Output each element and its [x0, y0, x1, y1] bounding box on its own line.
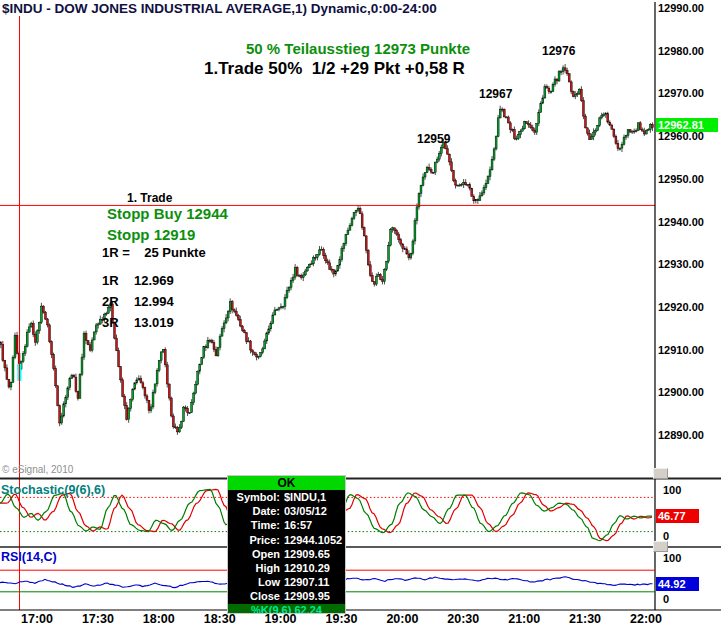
popup-row-value: 12909.95	[284, 589, 345, 603]
time-axis-label: 21:00	[508, 612, 540, 626]
candlestick-series[interactable]	[0, 64, 653, 435]
popup-row-label: Price:	[228, 533, 280, 547]
annotation-stopp: Stopp 12919	[107, 226, 195, 243]
time-axis-label: 19:00	[265, 612, 297, 626]
time-axis-label: 20:00	[386, 612, 418, 626]
price-axis-label: 12960.00	[658, 130, 704, 142]
annotation-r1: 1R12.969	[102, 273, 174, 288]
annotation-stopp-buy: Stopp Buy 12944	[107, 205, 228, 222]
price-axis-label: 12990.00	[658, 2, 704, 14]
time-axis-label: 19:30	[326, 612, 358, 626]
popup-row: Price:12944.1052	[228, 533, 345, 547]
popup-ok-button[interactable]: OK	[228, 476, 345, 490]
rsi-scale-100: 100	[663, 552, 681, 564]
chart-title: $INDU - DOW JONES INDUSTRIAL AVERAGE,1) …	[2, 1, 437, 16]
popup-row-value: 12907.11	[284, 575, 345, 589]
price-axis-label: 12900.00	[658, 386, 704, 398]
r1-label: 1R	[102, 273, 134, 288]
popup-row-value: 16:57	[284, 518, 345, 532]
r2-label: 2R	[102, 294, 134, 309]
annotation-trade-label: 1. Trade	[127, 191, 172, 205]
copyright-watermark: © eSignal, 2010	[2, 464, 73, 475]
annotation-r-definition: 1R = 25 Punkte	[102, 245, 206, 260]
rsi-value-badge: 44.92	[656, 577, 699, 591]
r1-value: 12.969	[134, 273, 174, 288]
time-axis-label: 17:00	[21, 612, 53, 626]
popup-row-value: 12944.1052	[284, 533, 345, 547]
time-axis-label: 17:30	[82, 612, 114, 626]
r3-label: 3R	[102, 315, 134, 330]
popup-row: Symbol:$INDU,1	[228, 490, 345, 504]
price-axis-label: 12890.00	[658, 429, 704, 441]
popup-row: Date:03/05/12	[228, 504, 345, 518]
annotation-r2: 2R12.994	[102, 294, 174, 309]
time-axis-label: 21:30	[569, 612, 601, 626]
time-axis-label: 18:30	[204, 612, 236, 626]
popup-row-value: 03/05/12	[284, 504, 345, 518]
popup-row-label: Time:	[228, 518, 280, 532]
price-axis-label: 12980.00	[658, 45, 704, 57]
popup-row: Low12907.11	[228, 575, 345, 589]
popup-row-label: High	[228, 561, 280, 575]
popup-row: Close12909.95	[228, 589, 345, 603]
r2-value: 12.994	[134, 294, 174, 309]
popup-row-value: 12909.65	[284, 547, 345, 561]
time-axis-label: 20:30	[447, 612, 479, 626]
popup-row-value: $INDU,1	[284, 490, 345, 504]
rsi-scale-0: 0	[663, 593, 669, 605]
popup-rows: Symbol:$INDU,1Date:03/05/12Time:16:57Pri…	[228, 490, 345, 604]
annotation-trade-result: 1.Trade 50% 1/2 +29 Pkt +0,58 R	[204, 59, 465, 79]
annotation-teilausstieg: 50 % Teilausstieg 12973 Punkte	[246, 40, 470, 57]
stoch-scale-100: 100	[663, 484, 681, 496]
time-axis-label: 22:00	[630, 612, 662, 626]
popup-row-label: Symbol:	[228, 490, 280, 504]
price-axis-label: 12910.00	[658, 344, 704, 356]
annotation-high-12959: 12959	[417, 132, 450, 146]
price-axis-label: 12930.00	[658, 258, 704, 270]
popup-row-value: 12910.29	[284, 561, 345, 575]
pane-splitter-handle[interactable]	[653, 468, 668, 479]
annotation-high-12967: 12967	[479, 87, 512, 101]
popup-row-label: Low	[228, 575, 280, 589]
price-axis-label: 12940.00	[658, 216, 704, 228]
popup-row: Open12909.65	[228, 547, 345, 561]
annotation-high-12976: 12976	[542, 44, 575, 58]
stochastic-value-badge: 46.77	[656, 509, 699, 523]
r3-value: 13.019	[134, 315, 174, 330]
annotation-r3: 3R13.019	[102, 315, 174, 330]
price-axis-label: 12950.00	[658, 173, 704, 185]
chart-window: $INDU - DOW JONES INDUSTRIAL AVERAGE,1) …	[0, 0, 721, 633]
time-axis-label: 18:00	[143, 612, 175, 626]
data-window-popup[interactable]: OK Symbol:$INDU,1Date:03/05/12Time:16:57…	[227, 475, 346, 614]
stochastic-panel-label: Stochastic(9(6),6)	[1, 483, 105, 497]
popup-row: High12910.29	[228, 561, 345, 575]
popup-row-label: Open	[228, 547, 280, 561]
popup-row-label: Date:	[228, 504, 280, 518]
popup-stochastic-row: %K(9,6) 62.24	[228, 604, 345, 615]
popup-row-label: Close	[228, 589, 280, 603]
rsi-panel-label: RSI(14,C)	[1, 550, 57, 564]
popup-row: Time:16:57	[228, 518, 345, 532]
price-axis-label: 12970.00	[658, 87, 704, 99]
price-axis-label: 12920.00	[658, 301, 704, 313]
pane-splitter-handle[interactable]	[653, 541, 668, 552]
